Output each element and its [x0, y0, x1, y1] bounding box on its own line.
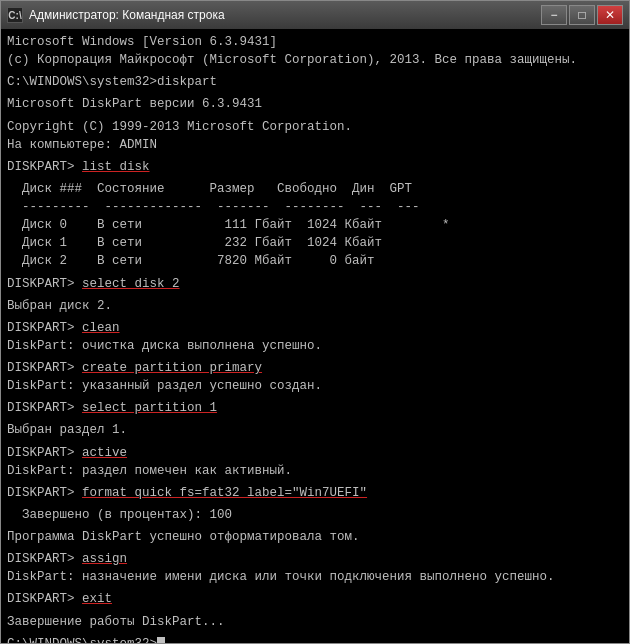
- terminal-line: DISKPART> exit: [7, 590, 623, 608]
- command-text: format quick fs=fat32 label="Win7UEFI": [82, 486, 367, 500]
- prompt-text: DISKPART>: [7, 401, 82, 415]
- terminal-line: DISKPART> format quick fs=fat32 label="W…: [7, 484, 623, 502]
- cmd-icon: C:\: [7, 7, 23, 23]
- cmd-window: C:\ Администратор: Командная строка − □ …: [0, 0, 630, 644]
- terminal-line: Copyright (C) 1999-2013 Microsoft Corpor…: [7, 118, 623, 136]
- terminal-line: На компьютере: ADMIN: [7, 136, 623, 154]
- terminal-line: DISKPART> assign: [7, 550, 623, 568]
- minimize-button[interactable]: −: [541, 5, 567, 25]
- terminal-line: DISKPART> clean: [7, 319, 623, 337]
- window-title: Администратор: Командная строка: [29, 8, 225, 22]
- prompt-text: DISKPART>: [7, 321, 82, 335]
- command-text: create partition primary: [82, 361, 262, 375]
- terminal-line: Выбран диск 2.: [7, 297, 623, 315]
- title-bar-buttons: − □ ✕: [541, 5, 623, 25]
- terminal-line: DISKPART> select disk 2: [7, 275, 623, 293]
- terminal-line: Программа DiskPart успешно отформатирова…: [7, 528, 623, 546]
- prompt-text: DISKPART>: [7, 446, 82, 460]
- maximize-button[interactable]: □: [569, 5, 595, 25]
- terminal-line: Диск 2 В сети 7820 Мбайт 0 байт: [7, 252, 623, 270]
- command-text: clean: [82, 321, 120, 335]
- title-bar: C:\ Администратор: Командная строка − □ …: [1, 1, 629, 29]
- terminal-line: DISKPART> create partition primary: [7, 359, 623, 377]
- terminal-line: DiskPart: раздел помечен как активный.: [7, 462, 623, 480]
- command-text: select disk 2: [82, 277, 180, 291]
- prompt-text: DISKPART>: [7, 486, 82, 500]
- prompt-text: DISKPART>: [7, 592, 82, 606]
- terminal-line: DiskPart: очистка диска выполнена успешн…: [7, 337, 623, 355]
- terminal-line: (с) Корпорация Майкрософт (Microsoft Cor…: [7, 51, 623, 69]
- terminal-line: Диск ### Состояние Размер Свободно Дин G…: [7, 180, 623, 198]
- command-text: exit: [82, 592, 112, 606]
- terminal-line: Выбран раздел 1.: [7, 421, 623, 439]
- terminal-line: Завершение работы DiskPart...: [7, 613, 623, 631]
- terminal-content[interactable]: Microsoft Windows [Version 6.3.9431](с) …: [1, 29, 629, 643]
- terminal-line: Завершено (в процентах): 100: [7, 506, 623, 524]
- prompt-text: DISKPART>: [7, 277, 82, 291]
- terminal-line: DiskPart: указанный раздел успешно созда…: [7, 377, 623, 395]
- command-text: list disk: [82, 160, 150, 174]
- terminal-line: DiskPart: назначение имени диска или точ…: [7, 568, 623, 586]
- prompt-text: DISKPART>: [7, 552, 82, 566]
- command-text: active: [82, 446, 127, 460]
- terminal-line: --------- ------------- ------- --------…: [7, 198, 623, 216]
- terminal-line: C:\WINDOWS\system32>: [7, 635, 623, 643]
- terminal-line: DISKPART> select partition 1: [7, 399, 623, 417]
- terminal-line: DISKPART> list disk: [7, 158, 623, 176]
- terminal-line: Microsoft DiskPart версии 6.3.9431: [7, 95, 623, 113]
- close-button[interactable]: ✕: [597, 5, 623, 25]
- command-text: select partition 1: [82, 401, 217, 415]
- terminal-line: C:\WINDOWS\system32>diskpart: [7, 73, 623, 91]
- prompt-text: DISKPART>: [7, 160, 82, 174]
- terminal-line: Диск 0 В сети 111 Гбайт 1024 Кбайт *: [7, 216, 623, 234]
- terminal-line: Microsoft Windows [Version 6.3.9431]: [7, 33, 623, 51]
- terminal-line: Диск 1 В сети 232 Гбайт 1024 Кбайт: [7, 234, 623, 252]
- command-text: assign: [82, 552, 127, 566]
- terminal-line: DISKPART> active: [7, 444, 623, 462]
- prompt-text: DISKPART>: [7, 361, 82, 375]
- title-bar-left: C:\ Администратор: Командная строка: [7, 7, 225, 23]
